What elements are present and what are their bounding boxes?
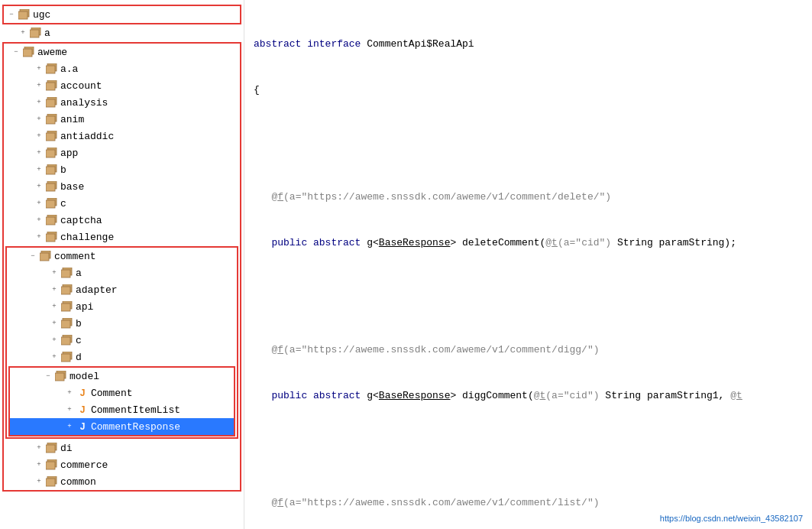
pkg-icon (60, 284, 74, 296)
tree-item-captcha[interactable]: + captcha (4, 212, 240, 229)
pkg-icon (60, 267, 74, 279)
svg-rect-7 (46, 66, 55, 73)
expander-icon: + (48, 317, 60, 329)
tree-item-anim[interactable]: + anim (4, 111, 240, 128)
pkg-icon (45, 214, 59, 226)
code-line-m1-ann: @f(a="https://aweme.snssdk.com/aweme/v1/… (254, 190, 803, 205)
tree-item-app[interactable]: + app (4, 144, 240, 161)
pkg-icon (45, 96, 59, 109)
code-line-m1-sig: public abstract g<BaseResponse> deleteCo… (254, 235, 803, 251)
pkg-icon (22, 46, 36, 58)
watermark-text: https://blog.csdn.net/weixin_43582107 (660, 514, 803, 523)
pkg-icon (60, 334, 74, 346)
tree-item-comment[interactable]: − comment (7, 248, 237, 264)
expander-icon: + (33, 80, 45, 92)
code-line-m2-sig: public abstract g<BaseResponse> diggComm… (254, 388, 803, 404)
pkg-icon (60, 351, 74, 363)
svg-rect-13 (46, 116, 55, 124)
expander-icon: + (33, 164, 45, 176)
expander-icon: + (33, 130, 45, 142)
tree-label-comment-api: api (74, 301, 93, 313)
tree-label-model: model (68, 371, 99, 382)
tree-item-b[interactable]: + b (4, 161, 240, 178)
tree-label-a: a (43, 28, 50, 39)
code-line-class: abstract interface CommentApi$RealApi (254, 37, 803, 52)
tree-item-comment-adapter[interactable]: + adapter (7, 281, 237, 298)
code-line-empty2 (254, 281, 803, 297)
tree-label-challenge: challenge (59, 232, 114, 243)
svg-rect-5 (23, 49, 32, 57)
expander-icon: + (33, 147, 45, 159)
tree-label-ugc: ugc (31, 9, 50, 21)
tree-label-anim: anim (59, 114, 84, 125)
svg-rect-3 (30, 30, 39, 37)
tree-item-analysis[interactable]: + analysis (4, 94, 240, 111)
tree-label-Comment: Comment (89, 388, 133, 399)
svg-rect-29 (40, 253, 49, 261)
pkg-icon (60, 300, 74, 313)
svg-rect-39 (61, 337, 70, 345)
tree-item-Comment[interactable]: + J Comment (10, 385, 234, 401)
tree-item-challenge[interactable]: + challenge (4, 229, 240, 245)
tree-item-account[interactable]: + account (4, 77, 240, 94)
tree-item-comment-c[interactable]: + c (7, 332, 237, 349)
tree-item-comment-d[interactable]: + d (7, 349, 237, 365)
tree-item-CommentResponse[interactable]: + J CommentResponse (10, 418, 234, 435)
pkg-icon (45, 475, 59, 488)
pkg-icon (45, 130, 59, 142)
tree-label-comment-b: b (74, 318, 82, 329)
tree-item-aweme[interactable]: − aweme (4, 44, 240, 60)
tree-item-aa[interactable]: + a.a (4, 60, 240, 77)
tree-label-aweme: aweme (36, 47, 67, 58)
tree-item-di[interactable]: + di (4, 440, 240, 456)
pkg-icon (45, 442, 59, 454)
tree-item-CommentItemList[interactable]: + J CommentItemList (10, 401, 234, 418)
tree-label-base: base (59, 181, 84, 193)
tree-panel[interactable]: − ugc + a (0, 0, 244, 529)
expander-icon: + (33, 231, 45, 243)
tree-item-base[interactable]: + base (4, 178, 240, 195)
java-file-icon: J (76, 387, 89, 399)
tree-label-aa: a.a (59, 63, 78, 75)
tree-label-captcha: captcha (59, 215, 102, 226)
tree-item-comment-b[interactable]: + b (7, 315, 237, 332)
tree-item-c[interactable]: + c (4, 195, 240, 212)
svg-rect-23 (46, 200, 55, 208)
expander-icon: − (42, 370, 54, 382)
pkg-icon (45, 164, 59, 176)
pkg-icon (54, 370, 68, 382)
tree-item-model[interactable]: − model (10, 368, 234, 385)
pkg-icon (45, 63, 59, 75)
expander-icon: + (33, 197, 45, 209)
svg-rect-1 (18, 11, 27, 19)
java-file-icon: J (76, 420, 89, 433)
tree-label-commerce: commerce (59, 459, 108, 471)
tree-item-antiaddic[interactable]: + antiaddic (4, 128, 240, 144)
pkg-icon (45, 113, 59, 125)
tree-label-b2: b (59, 164, 66, 176)
tree-item-comment-a[interactable]: + a (7, 264, 237, 281)
tree-item-ugc[interactable]: − ugc (4, 6, 240, 23)
tree-label-CommentItemList: CommentItemList (89, 404, 180, 416)
tree-item-commerce[interactable]: + commerce (4, 456, 240, 473)
expander-icon: + (17, 27, 29, 39)
tree-item-a[interactable]: + a (0, 24, 244, 41)
pkg-icon (45, 180, 59, 193)
code-line-empty3 (254, 434, 803, 449)
code-line-m3-ann: @f(a="https://aweme.snssdk.com/aweme/v1/… (254, 495, 803, 511)
expander-icon: − (27, 250, 39, 262)
svg-rect-43 (55, 373, 64, 381)
tree-label-app: app (59, 148, 78, 159)
expander-icon: + (33, 63, 45, 75)
svg-rect-33 (61, 287, 70, 294)
code-content: abstract interface CommentApi$RealApi { … (254, 6, 803, 529)
tree-label-comment-d: d (74, 352, 82, 363)
tree-item-comment-api[interactable]: + api (7, 298, 237, 315)
svg-rect-47 (46, 462, 55, 469)
tree-label-di: di (59, 443, 73, 454)
tree-item-common[interactable]: + common (4, 473, 240, 490)
pkg-icon (45, 80, 59, 92)
expander-icon: + (33, 475, 45, 488)
expander-icon: + (33, 214, 45, 226)
tree-label-antiaddic: antiaddic (59, 131, 114, 142)
